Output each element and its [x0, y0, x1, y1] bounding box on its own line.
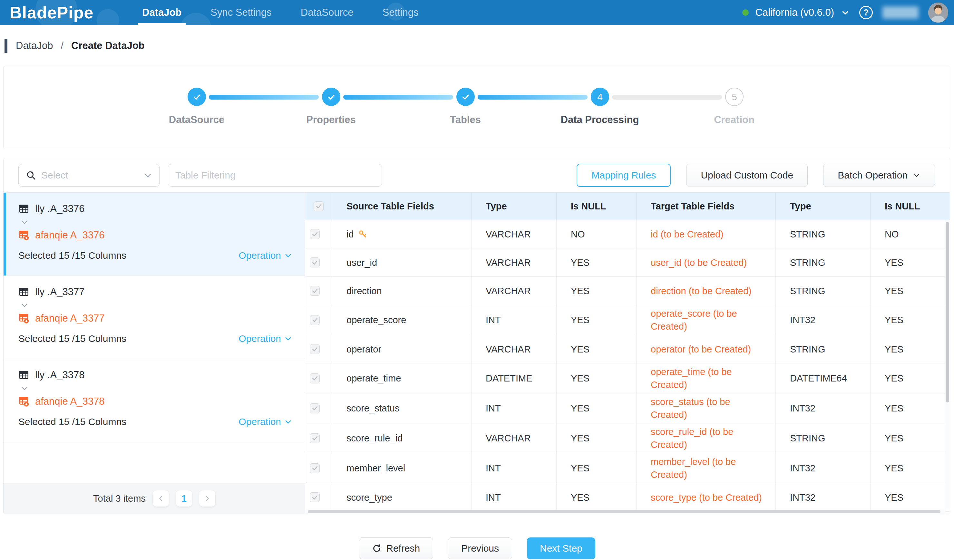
operation-dropdown[interactable]: Operation — [238, 416, 292, 427]
source-type-cell: INT — [472, 453, 556, 483]
prev-page-button[interactable] — [153, 490, 169, 507]
next-step-button[interactable]: Next Step — [527, 537, 595, 559]
search-icon — [26, 170, 36, 180]
vertical-scrollbar-thumb[interactable] — [946, 222, 949, 403]
source-type-cell: VARCHAR — [472, 335, 556, 364]
table-list-item[interactable]: lly .A_3376afanqie A_3376Selected 15 /15… — [3, 193, 305, 276]
source-isnull-cell: YES — [556, 335, 636, 364]
horizontal-scrollbar-thumb[interactable] — [308, 510, 940, 513]
mapping-rules-button[interactable]: Mapping Rules — [577, 164, 671, 187]
step-connector-2 — [343, 95, 453, 100]
source-field-cell: score_type — [332, 483, 472, 512]
vertical-scrollbar[interactable] — [945, 220, 950, 509]
row-checkbox-cell[interactable] — [305, 335, 332, 364]
target-table-row: afanqie A_3378 — [19, 394, 292, 409]
stepper-card: DataSourcePropertiesTables4Data Processi… — [3, 66, 950, 149]
chevron-down-icon — [284, 252, 292, 260]
expand-caret-icon[interactable] — [20, 383, 292, 394]
expand-caret-icon[interactable] — [20, 216, 292, 227]
source-field-name: operate_time — [346, 372, 401, 385]
row-checkbox[interactable] — [310, 257, 320, 268]
target-field-cell: score_type (to be Created) — [636, 483, 776, 512]
table-list-panel: lly .A_3376afanqie A_3376Selected 15 /15… — [3, 193, 305, 514]
col-source-type: Type — [472, 193, 556, 220]
target-field-cell: operator (to be Created) — [636, 335, 776, 364]
refresh-button[interactable]: Refresh — [359, 537, 433, 559]
table-filtering-input[interactable]: Table Filtering — [168, 164, 382, 187]
row-checkbox[interactable] — [310, 373, 320, 383]
target-field-cell: operate_score (to be Created) — [636, 305, 776, 335]
expand-caret-icon[interactable] — [20, 300, 292, 311]
upload-custom-code-button[interactable]: Upload Custom Code — [686, 164, 807, 187]
source-field: direction — [346, 285, 382, 297]
source-field-cell: score_rule_id — [332, 423, 472, 453]
next-page-button[interactable] — [199, 490, 215, 507]
batch-operation-button[interactable]: Batch Operation — [823, 164, 935, 187]
chevron-down-icon — [284, 335, 292, 342]
target-isnull-cell: YES — [871, 423, 950, 453]
row-checkbox[interactable] — [310, 229, 320, 239]
row-checkbox-cell[interactable] — [305, 249, 332, 277]
step-check-icon — [187, 88, 206, 106]
table-row: operate_scoreINTYESoperate_score (to be … — [305, 305, 950, 335]
target-table-name: afanqie A_3378 — [35, 396, 105, 407]
source-table-name: lly .A_3376 — [35, 203, 84, 215]
row-checkbox-cell[interactable] — [305, 220, 332, 249]
select-all-checkbox-cell[interactable] — [305, 193, 332, 220]
target-type-cell: STRING — [776, 277, 871, 305]
target-type-cell: STRING — [776, 249, 871, 277]
row-checkbox-cell[interactable] — [305, 364, 332, 394]
footer-actions: Refresh Previous Next Step — [0, 537, 954, 559]
avatar[interactable] — [928, 3, 948, 23]
horizontal-scrollbar[interactable] — [305, 509, 945, 514]
previous-button[interactable]: Previous — [448, 537, 512, 559]
row-checkbox-cell[interactable] — [305, 305, 332, 335]
table-icon — [19, 203, 29, 214]
source-field-cell: operate_time — [332, 364, 472, 394]
table-list-item[interactable]: lly .A_3378afanqie A_3378Selected 15 /15… — [3, 359, 305, 442]
source-isnull-cell: YES — [556, 394, 636, 423]
target-table-row: afanqie A_3376 — [19, 227, 292, 243]
table-list-item[interactable]: lly .A_3377afanqie A_3377Selected 15 /15… — [3, 276, 305, 359]
help-icon[interactable]: ? — [859, 6, 873, 19]
step-label-1: DataSource — [169, 114, 224, 126]
breadcrumb-parent[interactable]: DataJob — [16, 40, 53, 51]
row-checkbox[interactable] — [310, 344, 320, 354]
source-field-cell: operator — [332, 335, 472, 364]
select-dropdown[interactable]: Select — [19, 164, 159, 187]
row-checkbox[interactable] — [310, 433, 320, 443]
source-field-name: user_id — [346, 256, 377, 269]
row-checkbox[interactable] — [310, 315, 320, 325]
source-field-name: score_rule_id — [346, 432, 402, 445]
nav-item-datajob[interactable]: DataJob — [128, 0, 196, 25]
mapping-rules-label: Mapping Rules — [591, 170, 656, 181]
row-checkbox[interactable] — [310, 403, 320, 414]
row-checkbox[interactable] — [310, 492, 320, 502]
row-checkbox-cell[interactable] — [305, 483, 332, 512]
target-field-cell: direction (to be Created) — [636, 277, 776, 305]
region-label: California (v0.6.0) — [755, 7, 834, 19]
row-checkbox[interactable] — [310, 464, 320, 473]
row-checkbox-cell[interactable] — [305, 277, 332, 305]
select-all-checkbox[interactable] — [313, 201, 324, 212]
operation-dropdown[interactable]: Operation — [238, 333, 292, 344]
nav-item-sync-settings[interactable]: Sync Settings — [196, 0, 286, 25]
source-field-name: id — [346, 228, 354, 241]
table-plus-icon — [19, 313, 29, 324]
step-circle-4: 4 — [591, 88, 609, 106]
nav-item-datasource[interactable]: DataSource — [286, 0, 368, 25]
fields-table: Source Table Fields Type Is NULL Target … — [305, 193, 950, 514]
row-checkbox-cell[interactable] — [305, 423, 332, 453]
source-isnull-cell: NO — [556, 220, 636, 249]
card-body: lly .A_3376afanqie A_3376Selected 15 /15… — [3, 193, 950, 514]
row-checkbox[interactable] — [310, 286, 320, 296]
row-checkbox-cell[interactable] — [305, 394, 332, 423]
selected-columns-label: Selected 15 /15 Columns — [19, 416, 126, 427]
nav-item-settings[interactable]: Settings — [368, 0, 433, 25]
page-number-button[interactable]: 1 — [176, 490, 192, 507]
row-checkbox-cell[interactable] — [305, 453, 332, 483]
region-selector[interactable]: California (v0.6.0) — [742, 7, 850, 19]
fields-table-header: Source Table Fields Type Is NULL Target … — [305, 193, 950, 220]
operation-dropdown[interactable]: Operation — [238, 250, 292, 261]
source-field-name: member_level — [346, 462, 405, 474]
